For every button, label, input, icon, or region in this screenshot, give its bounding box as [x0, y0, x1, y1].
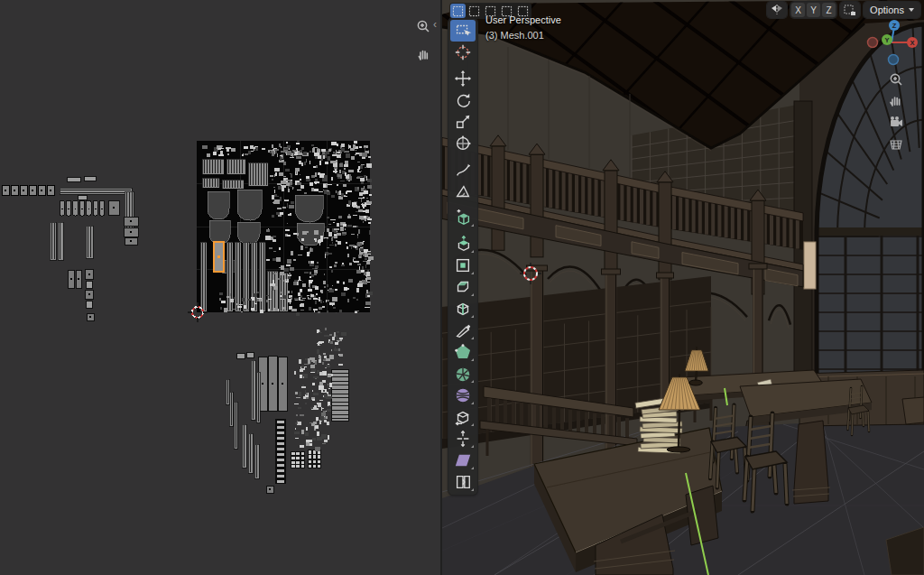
add-cube-icon	[454, 209, 472, 227]
measure-icon	[454, 182, 472, 200]
hand-icon	[416, 47, 430, 61]
tool-select-box-button[interactable]	[450, 20, 476, 42]
extrude-region-icon	[454, 235, 472, 253]
mirror-y-button[interactable]: Y	[807, 3, 820, 17]
tool-move-button[interactable]	[450, 68, 476, 89]
smooth-icon	[454, 386, 472, 404]
uv-editor-canvas[interactable]	[0, 0, 440, 575]
tool-shrink-fatten-button[interactable]	[450, 428, 476, 450]
rotate-icon	[454, 91, 472, 109]
rip-region-icon	[454, 473, 472, 491]
tool-loop-cut-button[interactable]	[450, 298, 476, 320]
tool-annotate-button[interactable]	[450, 159, 476, 181]
proportional-falloff-icon	[844, 5, 856, 16]
tool-transform-button[interactable]	[450, 133, 476, 154]
uv-selected-island[interactable]	[214, 242, 224, 272]
tool-inset-faces-button[interactable]	[450, 255, 476, 276]
edge-slide-icon	[454, 408, 472, 426]
scale-icon	[454, 113, 472, 131]
uv-nav-controls	[413, 16, 433, 64]
uv-editor-panel: ‹	[0, 0, 440, 575]
shear-icon	[454, 451, 472, 469]
tool-shear-button[interactable]	[450, 450, 476, 471]
uv-islands	[2, 159, 348, 493]
select-mode-set-button[interactable]	[450, 4, 466, 18]
tool-rip-region-button[interactable]	[450, 471, 476, 493]
tool-extrude-region-button[interactable]	[450, 233, 476, 255]
svg-text:X: X	[910, 39, 914, 47]
tool-poly-build-button[interactable]	[450, 341, 476, 363]
blender-window: ‹ XZY User Perspective (3) Mesh.001 XYZ	[0, 0, 924, 575]
annotate-icon	[454, 161, 472, 179]
cursor-icon	[454, 43, 472, 61]
tool-bevel-button[interactable]	[450, 276, 476, 298]
tool-spin-button[interactable]	[450, 363, 476, 385]
bevel-icon	[454, 278, 472, 296]
tool-measure-button[interactable]	[450, 181, 476, 202]
region-collapse-arrow[interactable]: ‹	[433, 18, 437, 31]
tool-smooth-button[interactable]	[450, 385, 476, 406]
object-label: (3) Mesh.001	[485, 28, 561, 43]
tool-knife-button[interactable]	[450, 320, 476, 341]
select-mode-icon	[468, 5, 480, 17]
magnifier-plus-icon	[416, 19, 430, 33]
gizmo-axis-z-neg-ball	[889, 55, 899, 65]
move-icon	[454, 70, 472, 88]
falloff-icon[interactable]	[840, 2, 860, 18]
transform-icon	[454, 134, 472, 153]
mirror-z-button[interactable]: Z	[822, 3, 836, 17]
tool-edge-slide-button[interactable]	[450, 406, 476, 428]
spin-icon	[454, 365, 472, 383]
tool-rotate-button[interactable]	[450, 89, 476, 111]
tool-cursor-button[interactable]	[450, 42, 476, 63]
small-table	[902, 397, 924, 424]
loop-cut-icon	[454, 300, 472, 318]
knife-icon	[454, 321, 472, 339]
perspective-label: User Perspective	[485, 13, 561, 28]
3d-viewport-canvas[interactable]: XZY	[442, 0, 924, 575]
viewport-toolbar	[448, 18, 477, 495]
tool-add-cube-button[interactable]	[450, 207, 476, 228]
butterfly-icon	[771, 5, 783, 15]
mirror-x-button[interactable]: X	[791, 3, 805, 17]
svg-text:Y: Y	[884, 36, 889, 44]
select-mode-icon	[452, 5, 464, 17]
select-mode-extend-button[interactable]	[467, 4, 482, 18]
viewport-overlay: User Perspective (3) Mesh.001	[485, 13, 561, 43]
tool-scale-button[interactable]	[450, 111, 476, 133]
mirror-axis-group: XYZ	[790, 2, 836, 18]
wall-lamp-panel	[804, 242, 816, 289]
inset-faces-icon	[454, 256, 472, 274]
shrink-fatten-icon	[454, 430, 472, 448]
poly-build-icon	[454, 343, 472, 361]
mirror-icon[interactable]	[767, 2, 787, 18]
gizmo-axis-x-neg-ball	[868, 38, 878, 48]
viewport-panel: XZY User Perspective (3) Mesh.001 XYZ	[442, 0, 924, 575]
options-label: Options	[870, 5, 904, 15]
options-dropdown[interactable]: Options	[864, 2, 920, 18]
uv-pan-button[interactable]	[413, 44, 433, 64]
chevron-down-icon	[909, 8, 914, 12]
uv-zoom-button[interactable]	[413, 16, 433, 36]
tool-settings-right: XYZ Options	[767, 2, 920, 18]
svg-text:Z: Z	[892, 22, 897, 30]
select-box-icon	[454, 22, 472, 40]
